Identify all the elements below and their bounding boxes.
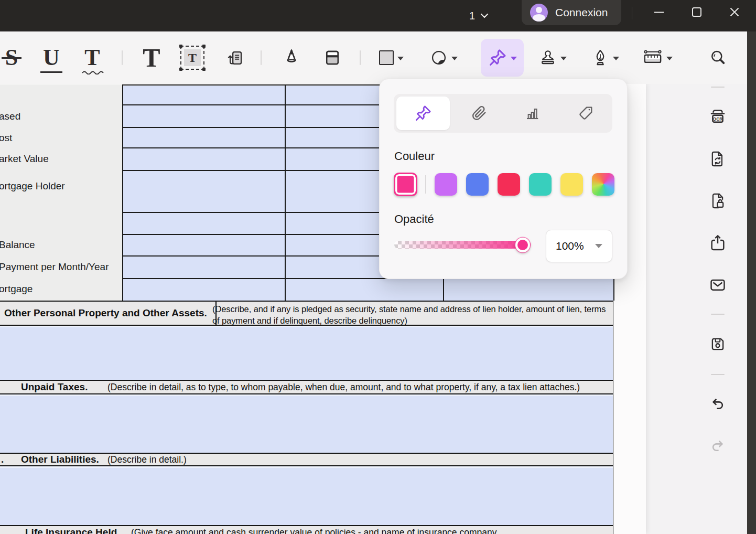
measure-tool[interactable]	[636, 39, 679, 77]
form-field-other-liabilities[interactable]	[0, 466, 613, 525]
toolbar-divider	[261, 50, 262, 65]
section-title: Other Liabilities.	[21, 454, 99, 465]
field-label: Balance	[0, 239, 35, 251]
login-label: Connexion	[555, 6, 608, 19]
color-swatch[interactable]	[498, 173, 520, 196]
eraser-tool[interactable]	[315, 39, 350, 77]
annotation-toolbar: S U T T T	[0, 31, 747, 84]
page-indicator[interactable]: 1	[469, 0, 489, 31]
color-swatch[interactable]	[560, 173, 583, 196]
section-header-life-insurance: . Life Insurance Held. (Give face amount…	[0, 525, 613, 534]
section-title: Life Insurance Held.	[25, 527, 120, 534]
tab-pin[interactable]	[396, 97, 450, 130]
grid-line	[285, 84, 286, 301]
opacity-slider[interactable]	[394, 241, 531, 249]
text-icon: T	[143, 45, 160, 71]
color-swatch[interactable]	[529, 173, 552, 196]
chevron-down-icon	[480, 13, 489, 18]
annotation-type-tabs	[394, 94, 612, 133]
minimize-icon	[653, 6, 665, 18]
chevron-down-icon	[451, 57, 458, 60]
close-button[interactable]	[722, 0, 747, 24]
document-lock-icon	[709, 192, 727, 210]
text-tool[interactable]: T	[134, 39, 169, 77]
form-field-unpaid-taxes[interactable]	[0, 394, 613, 453]
chevron-down-icon	[666, 57, 673, 60]
section-title: Unpaid Taxes.	[21, 381, 88, 393]
convert-document-icon	[709, 150, 727, 168]
section-header-other-liabilities: . Other Liabilities. (Describe in detail…	[0, 453, 613, 466]
color-swatch[interactable]	[466, 173, 489, 196]
shape-rectangle-tool[interactable]	[370, 39, 413, 77]
share-button[interactable]	[688, 228, 747, 258]
color-swatch[interactable]	[435, 173, 457, 196]
text-cursor	[215, 302, 217, 325]
swatch-divider	[425, 175, 426, 194]
color-swatch-custom[interactable]	[592, 173, 614, 196]
search-button[interactable]	[688, 43, 747, 72]
signature-tool[interactable]	[584, 39, 627, 77]
tab-chart[interactable]	[506, 94, 559, 133]
opacity-dropdown[interactable]: 100%	[546, 230, 612, 262]
section-title: Other Personal Property and Other Assets…	[4, 307, 207, 319]
section-header-unpaid-taxes: Unpaid Taxes. (Describe in detail, as to…	[0, 380, 613, 394]
tab-attachment[interactable]	[452, 94, 506, 133]
field-label: Payment per Month/Year	[0, 261, 109, 273]
eraser-icon	[323, 48, 342, 67]
undo-button[interactable]	[688, 390, 747, 420]
sticker-tool[interactable]	[422, 39, 465, 77]
window-edge	[747, 0, 756, 534]
chevron-down-icon	[613, 57, 619, 60]
field-label: ost	[0, 132, 12, 144]
chevron-down-icon	[397, 57, 404, 60]
opacity-value: 100%	[556, 240, 584, 252]
email-button[interactable]	[688, 270, 747, 300]
paperclip-icon	[471, 105, 488, 122]
pencil-tool[interactable]	[274, 39, 309, 77]
color-swatch-selected[interactable]	[394, 173, 417, 196]
stamp-tool[interactable]	[531, 39, 574, 77]
sidebar-divider	[711, 314, 725, 315]
close-icon	[728, 6, 741, 18]
protect-document-button[interactable]	[688, 186, 747, 216]
ocr-button[interactable]: OCR	[688, 102, 747, 131]
titlebar-divider	[632, 7, 632, 19]
svg-text:OCR: OCR	[713, 116, 723, 122]
callout-tool[interactable]	[217, 39, 252, 77]
fountain-pen-icon	[591, 49, 609, 67]
section-desc: (Describe in detail.)	[107, 454, 187, 465]
right-sidebar: OCR	[688, 31, 747, 534]
section-desc: (Describe in detail, as to type, to whom…	[107, 382, 580, 393]
strikethrough-tool[interactable]: S	[0, 39, 29, 77]
user-avatar-icon	[530, 4, 548, 22]
field-label: ased	[0, 111, 20, 122]
toolbar-divider	[360, 50, 361, 65]
tag-icon	[577, 105, 594, 122]
maximize-icon	[690, 6, 703, 18]
maximize-button[interactable]	[685, 0, 709, 24]
redo-button[interactable]	[688, 432, 747, 462]
rectangle-icon	[379, 50, 394, 65]
save-icon	[709, 336, 726, 353]
squiggly-underline-tool[interactable]: T	[74, 39, 110, 77]
login-button[interactable]: Connexion	[522, 0, 621, 25]
opacity-section-label: Opacité	[394, 212, 434, 226]
text-box-tool[interactable]: T	[175, 39, 210, 77]
pin-tool[interactable]	[481, 39, 524, 77]
underline-tool[interactable]: U	[34, 39, 69, 77]
item-number: .	[1, 454, 4, 465]
title-bar: 1 Connexion	[0, 0, 756, 31]
stamp-icon	[539, 49, 557, 67]
sticker-icon	[430, 49, 448, 67]
opacity-slider-handle[interactable]	[515, 238, 530, 252]
convert-document-button[interactable]	[688, 144, 747, 174]
tab-tag[interactable]	[559, 94, 612, 133]
chevron-down-icon	[595, 244, 602, 248]
field-label: arket Value	[0, 153, 49, 165]
color-section-label: Couleur	[394, 149, 435, 163]
form-field-other-assets[interactable]	[0, 326, 613, 380]
pin-properties-popup: Couleur Opacité 100%	[379, 79, 628, 279]
save-button[interactable]	[688, 329, 747, 359]
minimize-button[interactable]	[647, 0, 671, 24]
email-icon	[709, 276, 727, 294]
